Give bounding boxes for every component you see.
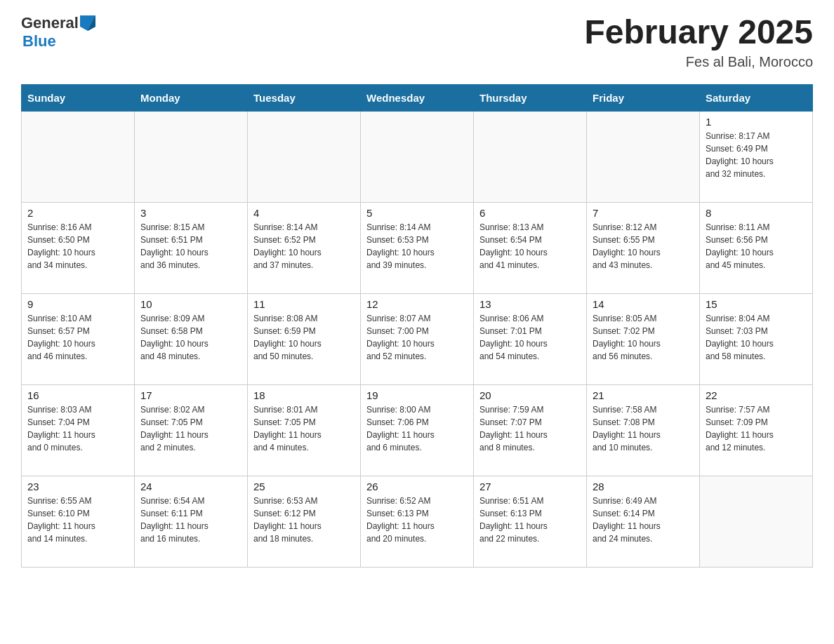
weekday-header-monday: Monday — [135, 84, 248, 111]
calendar-cell: 20Sunrise: 7:59 AM Sunset: 7:07 PM Dayli… — [474, 384, 587, 476]
day-number: 9 — [27, 298, 128, 310]
calendar-cell: 7Sunrise: 8:12 AM Sunset: 6:55 PM Daylig… — [587, 202, 700, 293]
calendar-cell: 13Sunrise: 8:06 AM Sunset: 7:01 PM Dayli… — [474, 293, 587, 384]
day-info: Sunrise: 8:06 AM Sunset: 7:01 PM Dayligh… — [479, 312, 581, 363]
day-number: 27 — [479, 481, 581, 492]
day-info: Sunrise: 7:58 AM Sunset: 7:08 PM Dayligh… — [593, 403, 694, 454]
logo-icon — [80, 15, 95, 31]
day-number: 11 — [253, 298, 355, 310]
day-number: 2 — [27, 207, 128, 219]
logo: General Blue — [21, 14, 95, 51]
day-info: Sunrise: 8:00 AM Sunset: 7:06 PM Dayligh… — [366, 403, 468, 454]
day-info: Sunrise: 8:11 AM Sunset: 6:56 PM Dayligh… — [706, 221, 807, 271]
calendar-cell: 10Sunrise: 8:09 AM Sunset: 6:58 PM Dayli… — [135, 293, 248, 384]
calendar-cell: 25Sunrise: 6:53 AM Sunset: 6:12 PM Dayli… — [248, 476, 361, 567]
day-info: Sunrise: 6:51 AM Sunset: 6:13 PM Dayligh… — [479, 495, 581, 545]
day-info: Sunrise: 8:16 AM Sunset: 6:50 PM Dayligh… — [27, 221, 128, 271]
day-info: Sunrise: 8:13 AM Sunset: 6:54 PM Dayligh… — [479, 221, 581, 271]
day-number: 24 — [140, 481, 241, 492]
day-info: Sunrise: 6:52 AM Sunset: 6:13 PM Dayligh… — [366, 495, 468, 545]
calendar-cell: 24Sunrise: 6:54 AM Sunset: 6:11 PM Dayli… — [135, 476, 248, 567]
calendar-title: February 2025 — [584, 14, 813, 51]
logo-text-blue: Blue — [22, 32, 56, 51]
calendar-week-2: 2Sunrise: 8:16 AM Sunset: 6:50 PM Daylig… — [22, 202, 813, 293]
day-number: 12 — [366, 298, 468, 310]
day-number: 20 — [479, 389, 581, 401]
calendar-cell: 14Sunrise: 8:05 AM Sunset: 7:02 PM Dayli… — [587, 293, 700, 384]
day-number: 7 — [593, 207, 694, 219]
day-number: 17 — [140, 389, 241, 401]
calendar-cell: 18Sunrise: 8:01 AM Sunset: 7:05 PM Dayli… — [248, 384, 361, 476]
calendar-cell: 6Sunrise: 8:13 AM Sunset: 6:54 PM Daylig… — [474, 202, 587, 293]
calendar-cell: 4Sunrise: 8:14 AM Sunset: 6:52 PM Daylig… — [248, 202, 361, 293]
day-number: 19 — [366, 389, 468, 401]
day-number: 18 — [253, 389, 355, 401]
day-info: Sunrise: 7:57 AM Sunset: 7:09 PM Dayligh… — [706, 403, 807, 454]
weekday-header-friday: Friday — [587, 84, 700, 111]
calendar-cell: 9Sunrise: 8:10 AM Sunset: 6:57 PM Daylig… — [22, 293, 135, 384]
day-info: Sunrise: 6:55 AM Sunset: 6:10 PM Dayligh… — [27, 495, 128, 545]
day-number: 26 — [366, 481, 468, 492]
day-number: 4 — [253, 207, 355, 219]
day-info: Sunrise: 8:07 AM Sunset: 7:00 PM Dayligh… — [366, 312, 468, 363]
day-info: Sunrise: 8:14 AM Sunset: 6:53 PM Dayligh… — [366, 221, 468, 271]
day-number: 13 — [479, 298, 581, 310]
page-header: General Blue February 2025 Fes al Bali, … — [21, 14, 813, 70]
day-info: Sunrise: 6:49 AM Sunset: 6:14 PM Dayligh… — [593, 495, 694, 545]
calendar-cell: 26Sunrise: 6:52 AM Sunset: 6:13 PM Dayli… — [361, 476, 474, 567]
calendar-cell: 28Sunrise: 6:49 AM Sunset: 6:14 PM Dayli… — [587, 476, 700, 567]
day-number: 22 — [706, 389, 807, 401]
title-block: February 2025 Fes al Bali, Morocco — [584, 14, 813, 70]
calendar-cell: 1Sunrise: 8:17 AM Sunset: 6:49 PM Daylig… — [700, 111, 813, 202]
calendar-week-4: 16Sunrise: 8:03 AM Sunset: 7:04 PM Dayli… — [22, 384, 813, 476]
day-info: Sunrise: 8:09 AM Sunset: 6:58 PM Dayligh… — [140, 312, 241, 363]
day-number: 6 — [479, 207, 581, 219]
calendar-cell: 15Sunrise: 8:04 AM Sunset: 7:03 PM Dayli… — [700, 293, 813, 384]
calendar-cell: 11Sunrise: 8:08 AM Sunset: 6:59 PM Dayli… — [248, 293, 361, 384]
calendar-cell: 27Sunrise: 6:51 AM Sunset: 6:13 PM Dayli… — [474, 476, 587, 567]
day-info: Sunrise: 8:05 AM Sunset: 7:02 PM Dayligh… — [593, 312, 694, 363]
day-number: 21 — [593, 389, 694, 401]
day-info: Sunrise: 8:03 AM Sunset: 7:04 PM Dayligh… — [27, 403, 128, 454]
day-info: Sunrise: 6:53 AM Sunset: 6:12 PM Dayligh… — [253, 495, 355, 545]
calendar-cell — [700, 476, 813, 567]
day-info: Sunrise: 8:01 AM Sunset: 7:05 PM Dayligh… — [253, 403, 355, 454]
calendar-subtitle: Fes al Bali, Morocco — [584, 54, 813, 70]
day-number: 15 — [706, 298, 807, 310]
day-number: 1 — [706, 116, 807, 128]
calendar-cell: 8Sunrise: 8:11 AM Sunset: 6:56 PM Daylig… — [700, 202, 813, 293]
day-number: 3 — [140, 207, 241, 219]
day-number: 14 — [593, 298, 694, 310]
calendar-cell — [22, 111, 135, 202]
day-info: Sunrise: 8:10 AM Sunset: 6:57 PM Dayligh… — [27, 312, 128, 363]
day-info: Sunrise: 8:14 AM Sunset: 6:52 PM Dayligh… — [253, 221, 355, 271]
day-number: 10 — [140, 298, 241, 310]
day-number: 5 — [366, 207, 468, 219]
calendar-cell — [587, 111, 700, 202]
calendar-cell: 16Sunrise: 8:03 AM Sunset: 7:04 PM Dayli… — [22, 384, 135, 476]
weekday-header-sunday: Sunday — [22, 84, 135, 111]
day-info: Sunrise: 6:54 AM Sunset: 6:11 PM Dayligh… — [140, 495, 241, 545]
day-info: Sunrise: 8:12 AM Sunset: 6:55 PM Dayligh… — [593, 221, 694, 271]
day-number: 8 — [706, 207, 807, 219]
calendar-cell: 2Sunrise: 8:16 AM Sunset: 6:50 PM Daylig… — [22, 202, 135, 293]
calendar-cell: 23Sunrise: 6:55 AM Sunset: 6:10 PM Dayli… — [22, 476, 135, 567]
weekday-header-thursday: Thursday — [474, 84, 587, 111]
calendar-cell: 21Sunrise: 7:58 AM Sunset: 7:08 PM Dayli… — [587, 384, 700, 476]
day-info: Sunrise: 8:08 AM Sunset: 6:59 PM Dayligh… — [253, 312, 355, 363]
day-info: Sunrise: 8:02 AM Sunset: 7:05 PM Dayligh… — [140, 403, 241, 454]
day-info: Sunrise: 7:59 AM Sunset: 7:07 PM Dayligh… — [479, 403, 581, 454]
calendar-cell: 12Sunrise: 8:07 AM Sunset: 7:00 PM Dayli… — [361, 293, 474, 384]
weekday-header-wednesday: Wednesday — [361, 84, 474, 111]
weekday-header-saturday: Saturday — [700, 84, 813, 111]
calendar-cell — [474, 111, 587, 202]
calendar-cell — [361, 111, 474, 202]
logo-text-general: General — [21, 14, 79, 32]
day-info: Sunrise: 8:17 AM Sunset: 6:49 PM Dayligh… — [706, 130, 807, 180]
calendar-week-1: 1Sunrise: 8:17 AM Sunset: 6:49 PM Daylig… — [22, 111, 813, 202]
calendar-cell: 5Sunrise: 8:14 AM Sunset: 6:53 PM Daylig… — [361, 202, 474, 293]
day-number: 25 — [253, 481, 355, 492]
calendar-table: SundayMondayTuesdayWednesdayThursdayFrid… — [21, 84, 813, 568]
day-info: Sunrise: 8:15 AM Sunset: 6:51 PM Dayligh… — [140, 221, 241, 271]
calendar-cell: 19Sunrise: 8:00 AM Sunset: 7:06 PM Dayli… — [361, 384, 474, 476]
